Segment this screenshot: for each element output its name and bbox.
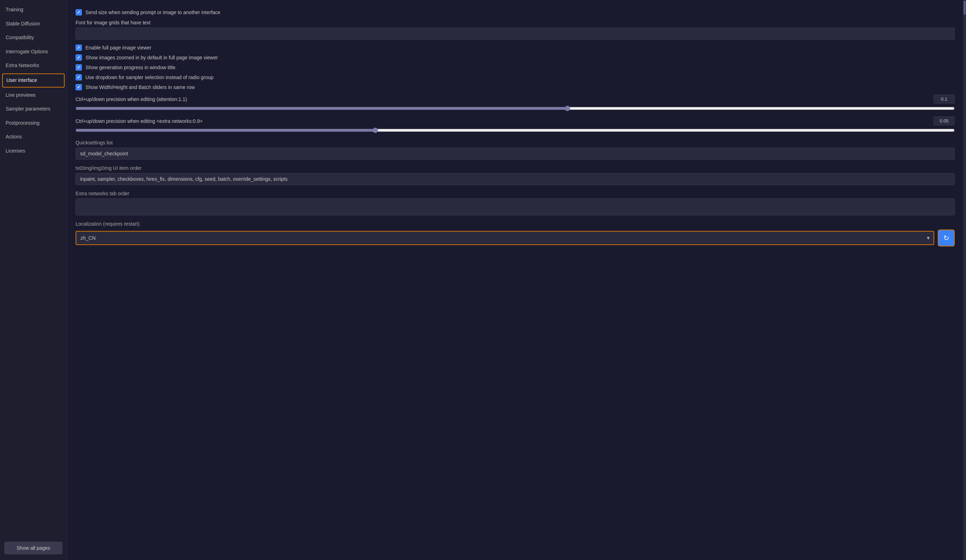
use-dropdown-row: Use dropdown for sampler selection inste… xyxy=(76,74,955,80)
scrollbar[interactable] xyxy=(963,0,966,560)
sidebar-item-sampler-parameters[interactable]: Sampler parameters xyxy=(0,102,67,116)
sidebar-item-stable-diffusion[interactable]: Stable Diffusion xyxy=(0,17,67,31)
localization-label: Localization (requires restart) xyxy=(76,221,955,227)
extra-networks-slider-value: 0.05 xyxy=(933,117,955,125)
send-size-row: Send size when sending prompt or image t… xyxy=(76,9,955,16)
sidebar: Training Stable Diffusion Compatibility … xyxy=(0,0,67,560)
reload-icon: ↻ xyxy=(943,234,950,242)
show-progress-checkbox[interactable] xyxy=(76,64,82,71)
reload-button[interactable]: ↻ xyxy=(938,230,955,246)
attention-slider[interactable] xyxy=(76,105,955,111)
enable-fullpage-checkbox[interactable] xyxy=(76,44,82,51)
attention-slider-value: 0.1 xyxy=(933,95,955,103)
sidebar-item-interrogate-options[interactable]: Interrogate Options xyxy=(0,45,67,59)
send-size-checkbox[interactable] xyxy=(76,9,82,16)
scroll-thumb[interactable] xyxy=(964,1,966,15)
localization-row: zh_CN None zh_TW en ja ko ru de fr es ▼ … xyxy=(76,230,955,246)
show-zoomed-checkbox[interactable] xyxy=(76,54,82,61)
show-progress-row: Show generation progress in window title… xyxy=(76,64,955,71)
extra-networks-tab-order-label: Extra networks tab order xyxy=(76,190,955,196)
attention-slider-label: Ctrl+up/down precision when editing (att… xyxy=(76,96,187,102)
show-wh-label: Show Width/Height and Batch sliders in s… xyxy=(85,84,195,90)
enable-fullpage-label: Enable full page image viewer xyxy=(85,45,151,51)
show-all-pages-button[interactable]: Show all pages xyxy=(4,542,62,554)
extra-networks-slider-header: Ctrl+up/down precision when editing <ext… xyxy=(76,117,955,125)
sidebar-item-compatibility[interactable]: Compatibility xyxy=(0,31,67,45)
show-zoomed-label: Show images zoomed in by default in full… xyxy=(85,55,218,61)
sidebar-item-postprocessing[interactable]: Postprocessing xyxy=(0,116,67,130)
sidebar-item-training[interactable]: Training xyxy=(0,3,67,17)
localization-select[interactable]: zh_CN None zh_TW en ja ko ru de fr es xyxy=(76,231,934,245)
sidebar-item-extra-networks[interactable]: Extra Networks xyxy=(0,59,67,73)
show-wh-checkbox[interactable] xyxy=(76,84,82,90)
sidebar-bottom: Show all pages xyxy=(0,539,67,557)
sidebar-item-user-interface[interactable]: User interface xyxy=(2,74,65,87)
font-grids-input[interactable] xyxy=(76,28,955,39)
ui-item-order-input[interactable] xyxy=(76,173,955,185)
attention-slider-section: Ctrl+up/down precision when editing (att… xyxy=(76,95,955,112)
extra-networks-slider[interactable] xyxy=(76,128,955,133)
quicksettings-input[interactable] xyxy=(76,148,955,159)
extra-networks-slider-section: Ctrl+up/down precision when editing <ext… xyxy=(76,117,955,134)
show-wh-row: Show Width/Height and Batch sliders in s… xyxy=(76,84,955,90)
extra-networks-slider-label: Ctrl+up/down precision when editing <ext… xyxy=(76,118,203,124)
localization-select-wrap: zh_CN None zh_TW en ja ko ru de fr es ▼ xyxy=(76,231,934,245)
show-progress-label: Show generation progress in window title… xyxy=(85,65,177,70)
enable-fullpage-row: Enable full page image viewer xyxy=(76,44,955,51)
sidebar-item-live-previews[interactable]: Live previews xyxy=(0,88,67,102)
attention-slider-header: Ctrl+up/down precision when editing (att… xyxy=(76,95,955,103)
sidebar-item-actions[interactable]: Actions xyxy=(0,130,67,144)
show-zoomed-row: Show images zoomed in by default in full… xyxy=(76,54,955,61)
send-size-label: Send size when sending prompt or image t… xyxy=(85,10,220,15)
font-grids-label: Font for image grids that have text xyxy=(76,20,955,25)
sidebar-item-licenses[interactable]: Licenses xyxy=(0,144,67,158)
use-dropdown-label: Use dropdown for sampler selection inste… xyxy=(85,74,214,80)
main-content: Send size when sending prompt or image t… xyxy=(67,0,963,560)
quicksettings-label: Quicksettings list xyxy=(76,140,955,146)
extra-networks-tab-order-input[interactable] xyxy=(76,199,955,215)
ui-item-order-label: txt2img/img2img UI item order xyxy=(76,165,955,171)
use-dropdown-checkbox[interactable] xyxy=(76,74,82,80)
